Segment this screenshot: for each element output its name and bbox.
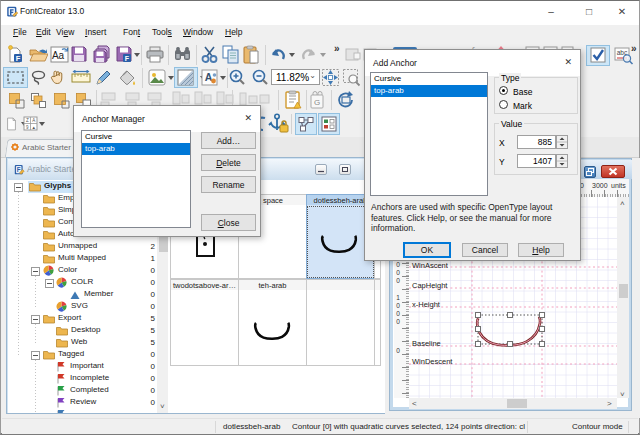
svg-text:F: F (125, 55, 130, 62)
svg-text:Z: Z (26, 118, 29, 123)
svg-text:0: 0 (396, 318, 400, 325)
svg-text:0: 0 (396, 347, 400, 354)
svg-text:F: F (16, 54, 21, 63)
svg-text:0: 0 (396, 261, 400, 268)
svg-text:0: 0 (396, 310, 400, 317)
svg-text:▲: ▲ (31, 125, 35, 130)
svg-text:0: 0 (396, 269, 400, 276)
svg-text:Aa: Aa (52, 50, 65, 61)
svg-text:1: 1 (396, 294, 400, 301)
svg-text:0: 0 (396, 277, 400, 284)
svg-text:0: 0 (396, 302, 400, 309)
svg-text:G: G (314, 98, 320, 107)
svg-text:A: A (32, 118, 35, 123)
